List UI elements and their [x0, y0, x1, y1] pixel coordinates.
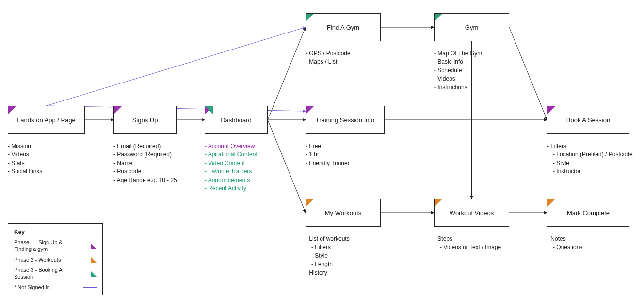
arrow: [47, 27, 306, 106]
bullets-workouts: - List of workouts- Filters- Style- Leng…: [306, 235, 350, 277]
legend-swatch-line: [83, 287, 97, 288]
bullets-dashboard: - Account Overview- Apirational Content-…: [205, 142, 258, 193]
bullet-item: - Maps / List: [306, 58, 351, 66]
node-videos: Workout Videos: [434, 199, 509, 227]
node-label: Workout Videos: [450, 209, 494, 216]
bullet-item: - Announcements: [205, 176, 258, 184]
node-book: Book A Session: [547, 106, 629, 134]
bullet-item: - Video Content: [205, 159, 258, 167]
bullet-item: - Notes: [547, 235, 582, 243]
bullet-item: - Length: [306, 260, 350, 268]
bullet-item: - Name: [113, 159, 177, 167]
legend-swatch-triangle: [91, 271, 97, 277]
node-landing: Lands on App / Page: [8, 106, 85, 134]
bullet-item: - Apirational Content: [205, 150, 258, 159]
node-corner: [547, 106, 555, 114]
bullet-item: - Style: [547, 159, 633, 167]
legend-row-text: Phase 1 - Sign Up & Finding a gym: [14, 239, 77, 253]
node-label: Training Session Info: [316, 116, 375, 124]
bullet-item: - Email (Required): [113, 142, 177, 150]
legend-row: * Not Signed In: [14, 284, 97, 291]
bullet-item: - Password (Required): [113, 150, 177, 159]
node-corner: [205, 106, 213, 114]
legend-title: Key: [14, 229, 97, 235]
bullet-item: - Location (Prefiled) / Postcode: [547, 150, 633, 159]
bullet-item: - Favorite Trainers: [205, 167, 258, 176]
legend-swatch-triangle: [91, 257, 97, 263]
legend-row-text: Phase 2 - Workouts: [14, 257, 61, 264]
bullets-training: - Free!- 1 hr- Friendly Trainer: [306, 142, 350, 167]
bullets-videos: - Steps- Videos or Text / Image: [434, 235, 501, 252]
node-mark: Mark Complete: [547, 199, 629, 227]
bullet-item: - Instructor: [547, 167, 633, 176]
legend-row-text: * Not Signed In: [14, 284, 50, 291]
legend-row-text: Phase 3 - Booking A Session: [14, 267, 77, 281]
bullet-item: - Schedule: [434, 66, 482, 75]
node-label: My Workouts: [325, 209, 362, 216]
legend-row: Phase 3 - Booking A Session: [14, 267, 97, 281]
bullet-item: - Map Of The Gym: [434, 50, 482, 58]
bullet-item: - Free!: [306, 142, 350, 150]
node-corner: [435, 14, 442, 21]
node-label: Mark Complete: [567, 209, 610, 216]
node-signup: Signs Up: [113, 106, 177, 134]
bullet-item: - Steps: [434, 235, 501, 243]
arrow: [509, 27, 547, 120]
bullet-item: - GPS / Postcode: [306, 50, 351, 58]
bullet-item: - Recent Activity: [205, 184, 258, 193]
arrow: [268, 120, 306, 213]
bullets-mark: - Notes- Questions: [547, 235, 582, 252]
bullet-item: - Account Overview: [205, 142, 258, 150]
node-label: Book A Session: [566, 116, 610, 124]
node-corner: [547, 199, 555, 207]
node-workouts: My Workouts: [306, 199, 381, 227]
node-corner: [306, 106, 314, 114]
node-label: Gym: [465, 24, 478, 31]
legend-swatch-triangle: [91, 243, 97, 249]
bullet-item: - Questions: [547, 243, 582, 251]
bullet-item: - Stats: [8, 159, 42, 167]
node-training: Training Session Info: [306, 106, 385, 134]
node-findgym: Find A Gym: [306, 13, 381, 41]
bullets-landing: - Mission- Videos- Stats- Social Links: [8, 142, 42, 176]
bullets-signup: - Email (Required)- Password (Required)-…: [113, 142, 177, 184]
node-corner: [435, 199, 442, 207]
bullet-item: - Friendly Trainer: [306, 159, 350, 167]
bullet-item: - Filters: [547, 142, 633, 150]
bullet-item: - Instructions: [434, 83, 482, 92]
legend-row: Phase 1 - Sign Up & Finding a gym: [14, 239, 97, 253]
bullet-item: - Filters: [306, 243, 350, 251]
bullet-item: - Style: [306, 252, 350, 260]
bullets-gym: - Map Of The Gym- Basic Info- Schedule- …: [434, 50, 482, 92]
bullet-item: - Videos: [8, 150, 42, 159]
bullet-item: - Age Range e.g. 18 - 25: [113, 176, 177, 184]
legend-row: Phase 2 - Workouts: [14, 257, 97, 264]
node-dashboard: Dashboard: [205, 106, 268, 134]
bullet-item: - 1 hr: [306, 150, 350, 159]
node-label: Signs Up: [132, 116, 158, 124]
node-corner: [306, 199, 314, 207]
bullets-findgym: - GPS / Postcode- Maps / List: [306, 50, 351, 66]
bullets-book: - Filters- Location (Prefiled) / Postcod…: [547, 142, 633, 176]
node-label: Dashboard: [221, 116, 252, 124]
bullet-item: - Basic Info: [434, 58, 482, 66]
legend-box: Key Phase 1 - Sign Up & Finding a gymPha…: [8, 223, 103, 295]
node-corner: [8, 106, 16, 114]
node-corner: [114, 106, 122, 114]
bullet-item: - List of workouts: [306, 235, 350, 243]
bullet-item: - Postcode: [113, 167, 177, 176]
bullet-item: - Videos or Text / Image: [434, 243, 501, 251]
node-gym: Gym: [434, 13, 509, 41]
node-corner: [306, 14, 314, 21]
node-label: Find A Gym: [327, 24, 359, 31]
node-label: Lands on App / Page: [17, 116, 76, 124]
bullet-item: - Videos: [434, 75, 482, 83]
bullet-item: - History: [306, 269, 350, 277]
bullet-item: - Social Links: [8, 167, 42, 176]
arrow: [268, 27, 306, 120]
bullet-item: - Mission: [8, 142, 42, 150]
